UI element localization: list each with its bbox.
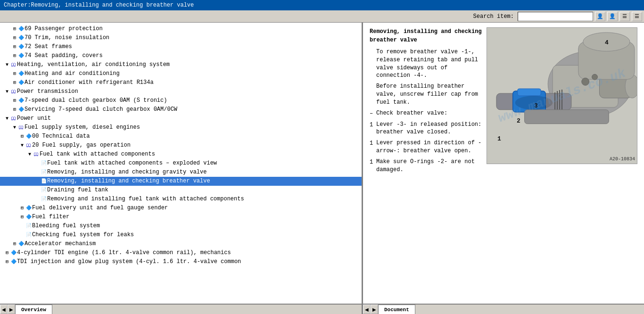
doc-paragraph: 1Lever -3- in released position: breathe…: [370, 121, 482, 137]
tree-item-label: Bleeding fuel system: [32, 223, 100, 229]
tree-item-label: 74 Seat padding, covers: [25, 52, 103, 59]
step-text: Lever pressed in direction of -arrow-: b…: [376, 139, 482, 155]
tree-item[interactable]: ⊞ 🔷 7-speed dual clutch gearbox 0AM (S t…: [0, 96, 362, 105]
tree-item-label: Fuel filter: [32, 214, 69, 220]
tree-item-label: Servicing 7-speed dual clutch gearbox 0A…: [25, 106, 177, 113]
image-label-2: 2: [517, 117, 520, 124]
doc-icon: 📄: [41, 178, 47, 185]
expand-icon[interactable]: ⊞: [11, 70, 18, 78]
expand-icon[interactable]: ⊞: [11, 34, 18, 42]
doc-icon: 📄: [41, 169, 47, 176]
tree-item-label: Fuel tank with attached components – exp…: [47, 160, 217, 166]
tree-item[interactable]: ▼ 🕮 Power unit: [0, 114, 362, 123]
folder-icon: 🕮: [18, 124, 25, 132]
tree-item[interactable]: ▼ 🕮 Heating, ventilation, air conditioni…: [0, 60, 362, 69]
step-num: [370, 48, 376, 80]
tree-item[interactable]: 📄 Bleeding fuel system: [0, 222, 362, 231]
expand-icon[interactable]: ▼: [19, 142, 25, 149]
tree-item[interactable]: ▼ 🕮 Fuel supply system, diesel engines: [0, 123, 362, 132]
expand-icon[interactable]: ⊞: [4, 249, 10, 257]
diamond-icon: 🔷: [18, 70, 25, 78]
diamond-icon: 🔷: [25, 205, 32, 212]
bottom-left: ◀ ▶ Overview: [0, 305, 363, 314]
tree-item-label: 69 Passenger protection: [25, 25, 103, 32]
expand-icon[interactable]: ▼: [4, 61, 10, 69]
scroll-left-btn[interactable]: ◀: [0, 305, 8, 314]
svg-point-14: [582, 78, 589, 85]
tree-item[interactable]: ▼ 🕮 Fuel tank with attached components: [0, 150, 362, 159]
tree-item[interactable]: ▼ 🕮 Power transmission: [0, 87, 362, 96]
expand-icon[interactable]: ▼: [26, 151, 33, 158]
step-text: Lever -3- in released position: breather…: [376, 121, 482, 137]
expand-icon[interactable]: ⊞: [19, 205, 25, 212]
tree-item[interactable]: ⊞ 🔷 Heating and air conditioning: [0, 69, 362, 78]
tree-item[interactable]: ⊞ 🔷 Fuel filter: [0, 213, 362, 222]
expand-icon[interactable]: ▼: [4, 88, 10, 96]
folder-icon: 🕮: [10, 88, 17, 96]
expand-icon[interactable]: ▼: [11, 124, 18, 132]
diamond-icon: 🔷: [18, 52, 25, 60]
expand-icon[interactable]: ⊞: [11, 79, 18, 87]
tree-item[interactable]: ⊞ 🔷 4-cylinder TDI engine (1.6 ltr. 4-va…: [0, 248, 362, 257]
expand-icon[interactable]: ⊞: [11, 52, 18, 60]
expand-icon[interactable]: ⊞: [11, 25, 18, 33]
tree-area[interactable]: ⊞ 🔷 69 Passenger protection⊞ 🔷 70 Trim, …: [0, 23, 362, 304]
tree-item[interactable]: 📄 Removing, installing and checking brea…: [0, 177, 362, 186]
step-num: 1: [370, 121, 376, 137]
toolbar-menu-btn-1[interactable]: ☰: [619, 12, 630, 21]
doc-icon: 📄: [25, 231, 32, 239]
tree-item-label: Removing and installing fuel tank with a…: [47, 196, 244, 202]
right-panel: 1 2 3 4 www.manuals.co.uk A20-10834 Remo…: [363, 23, 644, 304]
tree-item[interactable]: 📄 Draining fuel tank: [0, 186, 362, 195]
tree-item[interactable]: ⊞ 🔷 00 Technical data: [0, 132, 362, 141]
tree-item[interactable]: ⊞ 🔷 70 Trim, noise insulation: [0, 33, 362, 42]
expand-icon[interactable]: ⊞: [11, 43, 18, 51]
tab-document[interactable]: Document: [378, 305, 415, 314]
tree-item-label: Accelerator mechanism: [25, 240, 96, 247]
diamond-icon: 🔷: [18, 34, 25, 42]
tree-item-label: Heating, ventilation, air conditioning s…: [17, 61, 170, 68]
doc-paragraph: Before installing breather valve, unscre…: [370, 83, 482, 106]
expand-icon[interactable]: ⊞: [11, 106, 18, 114]
tree-item[interactable]: 📄 Checking fuel system for leaks: [0, 231, 362, 240]
tree-item[interactable]: 📄 Removing and installing fuel tank with…: [0, 195, 362, 204]
tree-item-label: Power unit: [17, 115, 51, 122]
search-input[interactable]: [518, 12, 593, 21]
expand-icon[interactable]: ⊞: [4, 258, 10, 266]
tree-item[interactable]: ⊞ 🔷 Air conditioner with refrigerant R13…: [0, 78, 362, 87]
tree-item[interactable]: ⊞ 🔷 TDI injection and glow plug system (…: [0, 257, 362, 266]
nav-forward-btn[interactable]: ▶: [371, 305, 378, 314]
expand-icon[interactable]: ⊞: [19, 214, 25, 221]
tree-item[interactable]: ⊞ 🔷 Servicing 7-speed dual clutch gearbo…: [0, 105, 362, 114]
tree-item[interactable]: ⊞ 🔷 72 Seat frames: [0, 42, 362, 51]
tree-item[interactable]: ⊞ 🔷 74 Seat padding, covers: [0, 51, 362, 60]
search-label: Search item:: [473, 13, 514, 20]
diamond-icon: 🔷: [25, 214, 32, 221]
tree-item-label: TDI injection and glow plug system (4-cy…: [17, 258, 241, 265]
tree-item[interactable]: ⊞ 🔷 Accelerator mechanism: [0, 240, 362, 248]
expand-icon[interactable]: ⊞: [19, 133, 25, 140]
expand-icon[interactable]: ⊞: [11, 97, 18, 105]
scroll-right-btn[interactable]: ▶: [8, 305, 15, 314]
diamond-icon: 🔷: [18, 106, 25, 114]
tree-item-label: 70 Trim, noise insulation: [25, 34, 109, 41]
tree-item[interactable]: 📄 Removing, installing and checking grav…: [0, 168, 362, 177]
doc-paragraph: To remove breather valve -1-, release re…: [370, 48, 482, 80]
tree-item[interactable]: 📄 Fuel tank with attached components – e…: [0, 159, 362, 168]
expand-icon[interactable]: ⊞: [11, 240, 18, 248]
doc-paragraph: 1Lever pressed in direction of -arrow-: …: [370, 139, 482, 155]
toolbar-menu-btn-2[interactable]: ☰: [632, 12, 642, 21]
image-caption: A20-10834: [610, 157, 635, 162]
expand-icon[interactable]: ▼: [4, 115, 10, 123]
tree-item[interactable]: ⊞ 🔷 Fuel delivery unit and fuel gauge se…: [0, 204, 362, 213]
nav-back-btn[interactable]: ◀: [363, 305, 371, 314]
diamond-icon: 🔷: [10, 249, 17, 257]
tree-item[interactable]: ▼ 🕮 20 Fuel supply, gas operation: [0, 141, 362, 150]
doc-paragraph: 1Make sure O-rings -2- are not damaged.: [370, 158, 482, 174]
title-text: Chapter:Removing, installing and checkin…: [4, 2, 194, 8]
tree-item[interactable]: ⊞ 🔷 69 Passenger protection: [0, 25, 362, 33]
tree-item-label: Fuel delivery unit and fuel gauge sender: [32, 205, 168, 211]
toolbar-user-btn-2[interactable]: 👤: [607, 12, 618, 21]
tab-overview[interactable]: Overview: [15, 305, 52, 314]
toolbar-user-btn-1[interactable]: 👤: [595, 12, 605, 21]
